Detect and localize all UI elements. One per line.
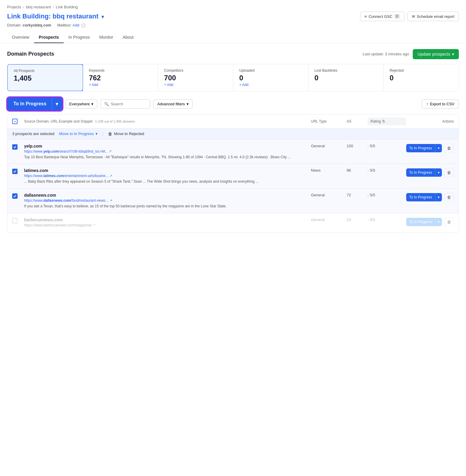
stat-lost-backlinks[interactable]: Lost Backlinks 0 xyxy=(309,64,384,91)
as-score-4: 23 xyxy=(347,217,368,222)
stat-competitors[interactable]: Competitors 700 + Add xyxy=(158,64,233,91)
url-type-2: News xyxy=(311,168,347,173)
last-update: Last update: 3 minutes ago xyxy=(362,52,409,56)
rating-sort-icon: ⇅ xyxy=(382,119,385,123)
project-dropdown-icon[interactable]: ▾ xyxy=(101,14,104,19)
advanced-filters-button[interactable]: Advanced filters ▾ xyxy=(153,99,193,109)
breadcrumb-restaurant[interactable]: bbq restaurant xyxy=(26,5,51,9)
row-checkbox-3[interactable] xyxy=(12,193,18,199)
url-type-1: General xyxy=(311,144,347,148)
domain-url-4: https://www.barbecuenews.com/magazine/ ↗ xyxy=(24,223,311,227)
section-title: Domain Prospects xyxy=(7,51,54,57)
stat-keywords[interactable]: Keywords 762 + Add xyxy=(83,64,158,91)
table-row: latimes.com https://www.latimes.com/ente… xyxy=(7,164,459,189)
url-type-3: General xyxy=(311,193,347,197)
stats-cards: All Prospects 1,405 Keywords 762 + Add C… xyxy=(7,64,459,91)
external-link-icon-3[interactable]: ↗ xyxy=(110,199,112,203)
rating-1: › 5/5 xyxy=(368,144,406,148)
domain-snippet-3: If you ask a Texan, that's easy to belie… xyxy=(24,204,311,209)
breadcrumb-current: Link Building xyxy=(56,5,78,9)
delete-button-3[interactable]: 🗑 xyxy=(444,193,454,202)
as-score-2: 86 xyxy=(347,168,368,173)
nav-tabs: Overview Prospects In Progress Monitor A… xyxy=(0,32,466,43)
connect-gsc-button[interactable]: ≡ Connect GSC 0 xyxy=(360,12,404,21)
project-name: bbq restaurant xyxy=(53,12,98,20)
rating-chevron-3[interactable]: › xyxy=(368,193,369,197)
stat-uploaded[interactable]: Uploaded 0 + Add xyxy=(233,64,309,91)
domain-snippet-1: Top 10 Best Barbeque Near Memphis, Tenne… xyxy=(24,155,311,160)
stat-all-prospects[interactable]: All Prospects 1,405 xyxy=(7,64,83,91)
search-input[interactable] xyxy=(111,102,146,106)
action-dropdown-icon-2[interactable]: ▾ xyxy=(435,168,442,177)
row-action-button-1[interactable]: To In Progress ▾ xyxy=(406,144,442,152)
row-action-button-2[interactable]: To In Progress ▾ xyxy=(406,168,442,177)
domain-url-3: https://www.dallasnews.com/food/restaura… xyxy=(24,198,311,203)
table-row: yelp.com https://www.yelp.com/search?cfl… xyxy=(7,140,459,164)
to-progress-dropdown-icon[interactable]: ▾ xyxy=(52,98,62,110)
rating-chevron-4[interactable]: › xyxy=(368,218,369,221)
rating-chevron-2[interactable]: › xyxy=(368,169,369,172)
delete-button-2[interactable]: 🗑 xyxy=(444,168,454,177)
rating-chevron-1[interactable]: › xyxy=(368,144,369,148)
rating-4: › 5/5 xyxy=(368,217,406,222)
export-icon: ↑ xyxy=(426,102,428,106)
breadcrumb: Projects › bbq restaurant › Link Buildin… xyxy=(7,5,459,9)
everywhere-chevron-icon: ▾ xyxy=(91,102,93,106)
filter-chevron-icon: ▾ xyxy=(187,102,189,106)
export-csv-button[interactable]: ↑ Export to CSV xyxy=(422,99,459,109)
prospects-table: − Source Domain, URL Example and Snippet… xyxy=(7,114,459,233)
search-box[interactable]: 🔍 xyxy=(100,99,150,109)
move-to-in-progress-button[interactable]: Move to In Progress ▾ xyxy=(59,131,98,136)
domain-url-1: https://www.yelp.com/search?cflt=bbq&fin… xyxy=(24,149,311,154)
table-row: dallasnews.com https://www.dallasnews.co… xyxy=(7,189,459,213)
rating-2: › 5/5 xyxy=(368,168,406,173)
everywhere-filter[interactable]: Everywhere ▾ xyxy=(65,99,98,109)
row-action-button-3[interactable]: To In Progress ▾ xyxy=(406,193,442,201)
stat-rejected[interactable]: Rejected 0 xyxy=(384,64,459,91)
update-prospects-button[interactable]: Update prospects ▾ xyxy=(413,49,459,59)
move-to-rejected-button[interactable]: 🗑 Move to Rejected xyxy=(108,131,144,136)
row-action-button-4[interactable]: To In Progress ▾ xyxy=(406,218,442,226)
action-dropdown-icon-3[interactable]: ▾ xyxy=(435,193,442,201)
info-icon: i xyxy=(81,24,85,28)
url-type-4: General xyxy=(311,217,347,222)
dropdown-arrow-icon: ▾ xyxy=(452,52,454,57)
gsc-icon: ≡ xyxy=(365,14,367,19)
delete-button-4[interactable]: 🗑 xyxy=(444,217,454,226)
competitors-add-link[interactable]: + Add xyxy=(164,83,227,87)
as-score-1: 100 xyxy=(347,144,368,148)
action-dropdown-icon-1[interactable]: ▾ xyxy=(435,144,442,152)
gsc-badge: 0 xyxy=(394,14,400,19)
tab-in-progress[interactable]: In Progress xyxy=(64,32,95,43)
row-checkbox-1[interactable] xyxy=(12,144,18,150)
rating-3: › 5/5 xyxy=(368,193,406,197)
tab-prospects[interactable]: Prospects xyxy=(34,32,64,43)
search-icon: 🔍 xyxy=(104,102,109,106)
breadcrumb-projects[interactable]: Projects xyxy=(7,5,21,9)
row-checkbox-4[interactable] xyxy=(12,218,18,223)
mailbox-add-link[interactable]: Add xyxy=(72,23,79,27)
keywords-add-link[interactable]: + Add xyxy=(89,83,152,87)
tab-overview[interactable]: Overview xyxy=(7,32,34,43)
table-row: barbecuenews.com https://www.barbecuenew… xyxy=(7,213,459,233)
tab-about[interactable]: About xyxy=(118,32,138,43)
external-link-icon-1[interactable]: ↗ xyxy=(109,149,112,153)
domain-name-3: dallasnews.com xyxy=(24,193,311,198)
action-dropdown-icon-4[interactable]: ▾ xyxy=(435,218,442,226)
toolbar: To In Progress ▾ Everywhere ▾ 🔍 Advanced… xyxy=(7,97,459,111)
schedule-email-button[interactable]: ✉ Schedule email report xyxy=(407,12,459,21)
domain-name-2: latimes.com xyxy=(24,168,311,173)
external-link-icon-4[interactable]: ↗ xyxy=(93,223,96,227)
page-title: Link Building: bbq restaurant ▾ xyxy=(7,12,104,20)
delete-button-1[interactable]: 🗑 xyxy=(444,144,454,153)
external-link-icon-2[interactable]: ↗ xyxy=(110,174,112,178)
rating-col-header[interactable]: Rating ⇅ xyxy=(368,118,406,125)
move-chevron-icon: ▾ xyxy=(96,131,98,136)
trash-icon-small: 🗑 xyxy=(108,131,112,136)
mailbox-label: Mailbox: Add i xyxy=(57,23,85,28)
row-checkbox-2[interactable] xyxy=(12,169,18,174)
select-all-checkbox[interactable]: − xyxy=(12,119,18,124)
to-in-progress-button[interactable]: To In Progress ▾ xyxy=(7,97,62,111)
tab-monitor[interactable]: Monitor xyxy=(95,32,118,43)
uploaded-add-link[interactable]: + Add xyxy=(239,83,302,87)
